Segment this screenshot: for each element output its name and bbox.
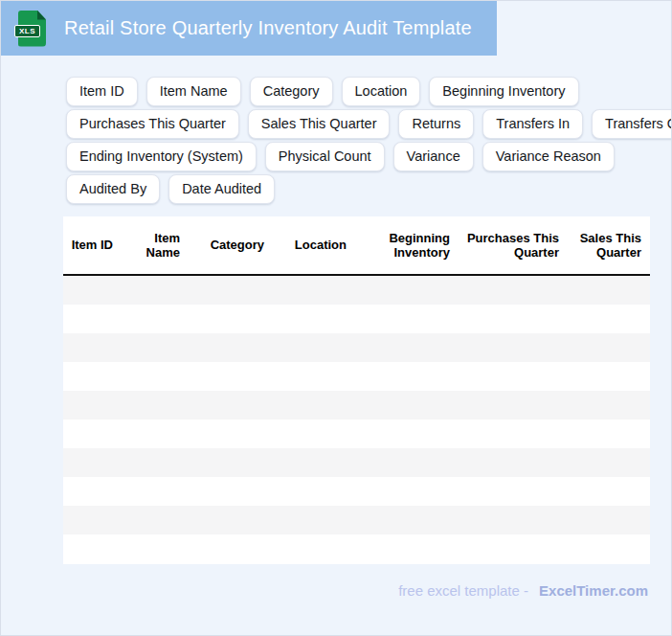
table-cell [352,333,456,362]
table-cell [456,391,565,420]
chip-transfers-out[interactable]: Transfers Out [592,109,672,139]
app-header-bar: XLS Retail Store Quarterly Inventory Aud… [1,1,497,56]
table-cell [186,477,270,506]
table-cell [119,534,186,563]
table-cell [647,391,650,420]
table-cell [186,534,270,563]
table-cell [270,275,352,305]
table-cell [352,420,456,448]
col-header-category: Category [186,216,270,275]
table-row [63,275,650,305]
table-cell [270,534,352,563]
table-cell [565,305,647,333]
table-cell [647,305,650,333]
footer-brand-link[interactable]: ExcelTimer.com [539,582,648,599]
table-cell [186,362,270,391]
table-cell [270,333,352,362]
chip-beginning-inventory[interactable]: Beginning Inventory [429,77,578,106]
table-cell [186,420,270,448]
table-cell [565,506,647,534]
column-chip-list: Item IDItem NameCategoryLocationBeginnin… [66,77,672,204]
table-body [63,275,650,563]
table-header-row: Item IDItem NameCategoryLocationBeginnin… [63,216,650,275]
page-title: Retail Store Quarterly Inventory Audit T… [64,17,472,39]
table-cell [270,477,352,506]
col-header-returns: Returns [647,216,650,275]
table-cell [456,420,565,448]
chip-category[interactable]: Category [250,77,333,106]
table-cell [270,448,352,477]
table-cell [270,362,352,391]
chip-physical-count[interactable]: Physical Count [265,142,385,171]
table-cell [63,534,119,563]
chip-variance[interactable]: Variance [393,142,474,171]
table-cell [647,534,650,563]
table-cell [565,333,647,362]
table-cell [565,391,647,420]
table-cell [565,477,647,506]
table-row [63,305,650,333]
table-cell [270,506,352,534]
table-row [63,420,650,448]
table-cell [119,362,186,391]
table-row [63,534,650,563]
table-cell [565,534,647,563]
table-cell [119,305,186,333]
table-cell [456,362,565,391]
table-row [63,333,650,362]
table-cell [456,305,565,333]
page: XLS Retail Store Quarterly Inventory Aud… [0,0,672,636]
table-cell [352,448,456,477]
col-header-item-id: Item ID [63,216,119,275]
table-cell [456,275,565,305]
table-cell [352,506,456,534]
chip-date-audited[interactable]: Date Audited [168,174,275,204]
table-row [63,391,650,420]
table-cell [647,448,650,477]
table-cell [270,305,352,333]
table-cell [352,275,456,305]
chip-audited-by[interactable]: Audited By [66,174,160,204]
inventory-table: Item IDItem NameCategoryLocationBeginnin… [63,216,650,563]
table-cell [352,305,456,333]
table-cell [270,420,352,448]
table-cell [119,506,186,534]
xls-badge: XLS [14,25,40,37]
table-cell [565,420,647,448]
table-cell [119,333,186,362]
table-cell [456,506,565,534]
table-cell [119,477,186,506]
col-header-beginning-inventory: Beginning Inventory [352,216,456,275]
table-cell [647,420,650,448]
table-cell [186,391,270,420]
table-cell [352,477,456,506]
chip-purchases-this-quarter[interactable]: Purchases This Quarter [66,109,239,139]
table-row [63,448,650,477]
table-cell [119,391,186,420]
chip-item-name[interactable]: Item Name [146,77,241,106]
chip-item-id[interactable]: Item ID [66,77,138,106]
col-header-item-name: Item Name [119,216,186,275]
table-cell [63,275,119,305]
table-cell [119,420,186,448]
chip-sales-this-quarter[interactable]: Sales This Quarter [248,109,391,139]
chip-variance-reason[interactable]: Variance Reason [482,142,615,171]
table-cell [186,305,270,333]
chip-returns[interactable]: Returns [398,109,474,139]
col-header-location: Location [270,216,352,275]
table-cell [565,362,647,391]
table-cell [352,534,456,563]
file-fold-corner [37,11,46,20]
table-cell [63,333,119,362]
chip-ending-inventory-system[interactable]: Ending Inventory (System) [66,142,257,171]
table-cell [647,362,650,391]
table-cell [647,506,650,534]
table-cell [63,477,119,506]
table-cell [352,391,456,420]
chip-row: Item IDItem NameCategoryLocationBeginnin… [66,77,672,106]
footer-text: free excel template - [398,582,528,599]
col-header-purchases-this-quarter: Purchases This Quarter [456,216,565,275]
chip-transfers-in[interactable]: Transfers In [482,109,583,139]
chip-location[interactable]: Location [342,77,421,106]
table-cell [186,506,270,534]
